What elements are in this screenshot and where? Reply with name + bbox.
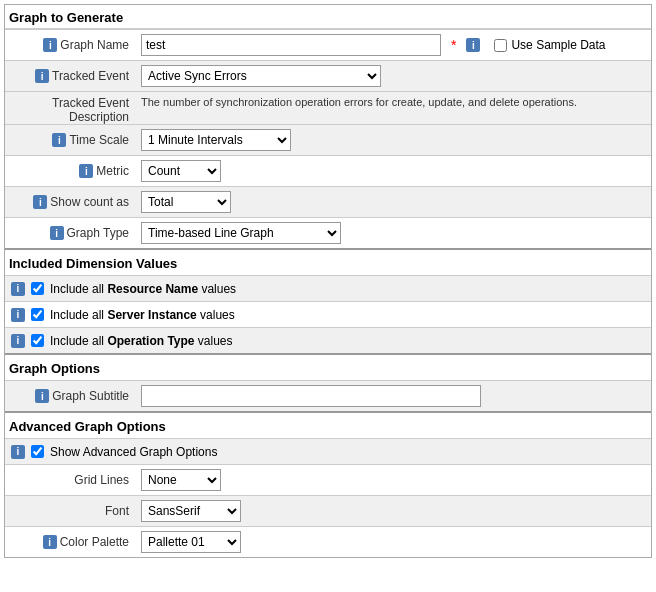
section-header-graph: Graph to Generate [5, 5, 651, 29]
graph-subtitle-label: i Graph Subtitle [5, 389, 135, 403]
resource-name-info-icon[interactable]: i [11, 282, 25, 296]
graph-name-label: i Graph Name [5, 38, 135, 52]
operation-type-text: Include all Operation Type values [50, 334, 233, 348]
time-scale-info-icon[interactable]: i [52, 133, 66, 147]
graph-type-info-icon[interactable]: i [50, 226, 64, 240]
resource-name-dim-row: i Include all Resource Name values [5, 275, 651, 301]
tracked-event-select[interactable]: Active Sync Errors [141, 65, 381, 87]
graph-subtitle-info-icon[interactable]: i [35, 389, 49, 403]
graph-subtitle-row: i Graph Subtitle [5, 380, 651, 411]
font-row: Font SansSerif [5, 495, 651, 526]
show-count-value-cell: Total [135, 187, 651, 217]
graph-type-row: i Graph Type Time-based Line Graph [5, 217, 651, 248]
operation-type-dim-row: i Include all Operation Type values [5, 327, 651, 353]
operation-type-info-icon[interactable]: i [11, 334, 25, 348]
show-count-select[interactable]: Total [141, 191, 231, 213]
graph-subtitle-value-cell [135, 381, 651, 411]
resource-name-text: Include all Resource Name values [50, 282, 236, 296]
graph-subtitle-input[interactable] [141, 385, 481, 407]
graph-name-info-icon2[interactable]: i [466, 38, 480, 52]
use-sample-data-container: Use Sample Data [494, 38, 605, 52]
tracked-event-row: i Tracked Event Active Sync Errors [5, 60, 651, 91]
color-palette-value-cell: Pallette 01 [135, 527, 651, 557]
time-scale-row: i Time Scale 1 Minute Intervals [5, 124, 651, 155]
server-instance-info-icon[interactable]: i [11, 308, 25, 322]
time-scale-select[interactable]: 1 Minute Intervals [141, 129, 291, 151]
font-label: Font [5, 504, 135, 518]
required-star: * [451, 37, 456, 53]
show-advanced-row: i Show Advanced Graph Options [5, 438, 651, 464]
graph-name-input[interactable] [141, 34, 441, 56]
metric-info-icon[interactable]: i [79, 164, 93, 178]
font-value-cell: SansSerif [135, 496, 651, 526]
tracked-event-info-icon[interactable]: i [35, 69, 49, 83]
show-count-row: i Show count as Total [5, 186, 651, 217]
grid-lines-row: Grid Lines None [5, 464, 651, 495]
operation-type-checkbox[interactable] [31, 334, 44, 347]
tracked-event-value-cell: Active Sync Errors [135, 61, 651, 91]
color-palette-label: i Color Palette [5, 535, 135, 549]
show-advanced-info-icon[interactable]: i [11, 445, 25, 459]
show-advanced-checkbox[interactable] [31, 445, 44, 458]
grid-lines-value-cell: None [135, 465, 651, 495]
color-palette-row: i Color Palette Pallette 01 [5, 526, 651, 557]
tracked-event-desc-label: Tracked Event Description [5, 92, 135, 124]
metric-select[interactable]: Count [141, 160, 221, 182]
server-instance-checkbox[interactable] [31, 308, 44, 321]
use-sample-data-checkbox[interactable] [494, 39, 507, 52]
color-palette-select[interactable]: Pallette 01 [141, 531, 241, 553]
graph-options-header: Graph Options [5, 353, 651, 380]
server-instance-text: Include all Server Instance values [50, 308, 235, 322]
time-scale-value-cell: 1 Minute Intervals [135, 125, 651, 155]
graph-type-select[interactable]: Time-based Line Graph [141, 222, 341, 244]
grid-lines-label: Grid Lines [5, 473, 135, 487]
server-instance-dim-row: i Include all Server Instance values [5, 301, 651, 327]
tracked-event-label: i Tracked Event [5, 69, 135, 83]
advanced-graph-options-header: Advanced Graph Options [5, 411, 651, 438]
graph-name-row: i Graph Name * i Use Sample Data [5, 29, 651, 60]
included-dim-header: Included Dimension Values [5, 248, 651, 275]
graph-type-value-cell: Time-based Line Graph [135, 218, 651, 248]
show-count-info-icon[interactable]: i [33, 195, 47, 209]
time-scale-label: i Time Scale [5, 133, 135, 147]
tracked-event-desc-text: The number of synchronization operation … [135, 92, 651, 112]
color-palette-info-icon[interactable]: i [43, 535, 57, 549]
graph-type-label: i Graph Type [5, 226, 135, 240]
use-sample-data-label: Use Sample Data [511, 38, 605, 52]
show-count-label: i Show count as [5, 195, 135, 209]
metric-label: i Metric [5, 164, 135, 178]
metric-value-cell: Count [135, 156, 651, 186]
resource-name-checkbox[interactable] [31, 282, 44, 295]
font-select[interactable]: SansSerif [141, 500, 241, 522]
graph-name-info-icon[interactable]: i [43, 38, 57, 52]
graph-name-value-cell: * i Use Sample Data [135, 30, 651, 60]
show-advanced-label: Show Advanced Graph Options [50, 445, 217, 459]
grid-lines-select[interactable]: None [141, 469, 221, 491]
tracked-event-desc-row: Tracked Event Description The number of … [5, 91, 651, 124]
metric-row: i Metric Count [5, 155, 651, 186]
